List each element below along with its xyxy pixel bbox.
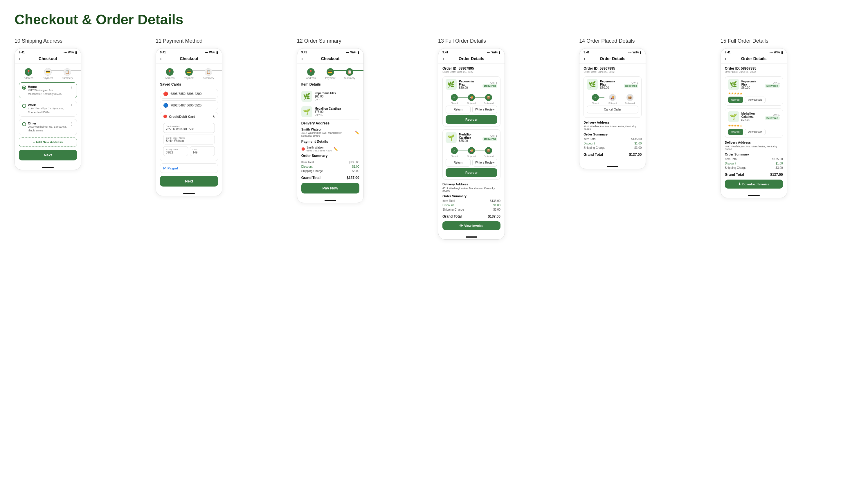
back-button-12[interactable]: ‹: [301, 56, 303, 62]
ss-delivered-icon-14: 📦: [627, 94, 633, 101]
card-holder-value: Smith Watson: [166, 139, 212, 143]
item-total-label-14: Item Total: [584, 138, 596, 141]
status-steps-2-13: ✓ Placed 🚚 Shipped 📦 Delivered: [446, 145, 497, 159]
content-11: 📍 Address 💳 Payment 📋 Summery Saved Card…: [156, 64, 222, 191]
pay-now-button[interactable]: Pay Now: [301, 183, 359, 194]
item-total-label-12: Item Total: [301, 161, 314, 164]
cvv-field[interactable]: CVV 149: [190, 146, 215, 156]
download-icon: ⬇: [738, 182, 741, 186]
paypal-row[interactable]: P Paypal: [160, 163, 218, 173]
expiry-field[interactable]: Expiry Date 09/22: [163, 146, 188, 156]
expand-body: Card Number 2358 6589 8748 3598 Card Hol…: [160, 121, 218, 161]
delivery-header-12: Smith Watson 4517 Washington Ave. Manche…: [301, 128, 359, 137]
address-other-left: Other 2972 Westheimer Rd. Santa Ana,Illi…: [22, 122, 67, 132]
review-button-1-13[interactable]: Write a Review: [472, 105, 497, 114]
ss-delivered-lbl-1: Delivered: [484, 102, 493, 104]
expand-header[interactable]: 🔴 Credit/Debit Card ∧: [160, 112, 218, 121]
back-button-11[interactable]: ‹: [160, 56, 162, 62]
view-details-btn-2-15[interactable]: View Details: [745, 129, 765, 135]
return-button-1-13[interactable]: Return: [446, 105, 471, 114]
grand-total-label-13: Grand Total: [442, 214, 462, 218]
addr-menu-home[interactable]: ⋮: [70, 85, 74, 90]
reorder-button-1-13[interactable]: Reorder: [446, 115, 497, 124]
view-details-btn-1-15[interactable]: View Details: [745, 97, 765, 103]
order-id-13: Order ID: 58967895: [442, 67, 500, 71]
reorder-btn-2-15[interactable]: Reorder: [728, 129, 744, 135]
step-summary-label-10: Summery: [62, 77, 73, 79]
home-bar-11: [183, 193, 195, 194]
time-13: 9:41: [442, 51, 448, 54]
reorder-btn-1-15[interactable]: Reorder: [728, 97, 744, 103]
status-steps-14: ✓ Placed 🚚 Shipped 📦 Delivered: [587, 92, 638, 105]
back-button-13[interactable]: ‹: [442, 56, 444, 62]
grand-total-value-13: $137.00: [488, 214, 500, 218]
item-info-1-12: Peperomia Flex $60.00 QTY: 1: [315, 92, 359, 101]
step-summary-10: 📋 Summery: [57, 68, 77, 79]
cancel-order-button[interactable]: Cancel Order: [587, 105, 638, 114]
step-summary-icon-10: 📋: [64, 68, 71, 76]
time-15: 9:41: [725, 51, 731, 54]
item-total-value-13: $135.00: [490, 199, 500, 202]
edit-icon-12[interactable]: ✏️: [355, 130, 359, 134]
step-a-lbl-12: Address: [306, 77, 315, 79]
screen-13-label: 13 Full Order Details: [438, 38, 486, 44]
status-badge-1-15: Delivered: [765, 84, 780, 88]
screen-11-label: 11 Payment Method: [156, 38, 202, 44]
item-name-2-12: Medallion Calathea: [315, 107, 359, 110]
discount-row-14: Discount $1.00: [584, 141, 641, 146]
order-item-row-14: 🌿 Peperomia Flex $60.00 Qty: 1 Delivered: [587, 79, 638, 90]
next-button-10[interactable]: Next: [19, 150, 77, 161]
order-id-14: Order ID: 58967895: [584, 67, 641, 71]
review-button-2-13[interactable]: Write a Review: [472, 159, 497, 167]
download-invoice-button[interactable]: ⬇ Download Invoice: [725, 179, 783, 189]
return-button-2-13[interactable]: Return: [446, 159, 471, 167]
signal-icon: ▪▪▪: [64, 51, 67, 54]
addr-menu-work[interactable]: ⋮: [70, 103, 74, 108]
addr-dot-home: [22, 85, 26, 90]
discount-value-13: $1.00: [493, 204, 500, 207]
grand-total-label-12: Grand Total: [301, 176, 321, 180]
order-item-2-15: 🌱 Medallion Calathea $75.00 Qty: 1 Deliv…: [725, 108, 783, 138]
cvv-label: CVV: [192, 148, 212, 151]
ss-shipped-icon-14: 🚚: [609, 94, 616, 101]
addr-info-home: Home 4517 Washington Ave.Manchester, Ken…: [28, 85, 62, 96]
address-work[interactable]: Work 2118 Thornridge Cir. Syracuse,Conne…: [19, 101, 77, 117]
home-bar-15: [748, 195, 760, 196]
reorder-button-2-13[interactable]: Reorder: [446, 168, 497, 177]
grand-total-row-15: Grand Total $137.00: [725, 171, 783, 177]
step-payment-label-10: Payment: [43, 77, 53, 79]
address-other[interactable]: Other 2972 Westheimer Rd. Santa Ana,Illi…: [19, 119, 77, 135]
address-home[interactable]: Home 4517 Washington Ave.Manchester, Ken…: [19, 82, 77, 98]
item-img-1-13: 🌿: [446, 79, 456, 90]
item-total-value-14: $135.00: [631, 138, 641, 141]
saved-card-1[interactable]: 🔴 6895 7852 5898 4200: [160, 89, 218, 99]
back-button-15[interactable]: ‹: [725, 56, 727, 62]
qty-14: Qty: 1: [624, 81, 639, 84]
card-holder-label: Card Holder Name: [166, 137, 212, 139]
next-button-11[interactable]: Next: [160, 176, 218, 187]
addr-menu-other[interactable]: ⋮: [70, 122, 74, 126]
saved-card-2[interactable]: 🔵 7892 5487 8600 3525: [160, 100, 218, 110]
shipping-row-14: Shipping Charge $3.00: [584, 146, 641, 150]
screen-11: 11 Payment Method 9:41 ▪▪▪ WiFi ▮ ‹ Chec…: [156, 38, 288, 196]
grand-total-row-12: Grand Total $137.00: [301, 174, 359, 180]
grand-total-label-15: Grand Total: [725, 173, 744, 177]
order-meta-14: Order ID: 58967895 Order Date: June 25, …: [584, 67, 641, 73]
signal-14: ▪▪▪: [629, 51, 632, 54]
card-number-field[interactable]: Card Number 2358 6589 8748 3598: [163, 123, 215, 133]
card-holder-field[interactable]: Card Holder Name Smith Watson: [163, 134, 215, 145]
ss-delivered-1: 📦 Delivered: [480, 94, 497, 104]
checkout-steps-10: 📍 Address 💳 Payment 📋 Summery: [19, 67, 77, 82]
btn-row-1-13: Return Write a Review: [446, 105, 497, 114]
item-price-14: $60.00: [600, 86, 621, 89]
back-button-10[interactable]: ‹: [19, 56, 21, 62]
back-button-14[interactable]: ‹: [584, 56, 585, 62]
payment-card-icon: 🔴: [301, 147, 305, 151]
battery-11: ▮: [216, 51, 218, 54]
add-address-button[interactable]: + Add New Address: [19, 138, 77, 147]
view-invoice-button-13[interactable]: 👁 View Invoice: [442, 221, 500, 230]
delivery-name-12: Smith Watson 4517 Washington Ave. Manche…: [301, 128, 342, 137]
delivery-addr-12: 4517 Washington Ave. Manchester,Kentucky…: [301, 131, 342, 137]
edit-payment-icon[interactable]: ✏️: [333, 147, 338, 151]
payment-card-info: Smith Watson 6895 7852 5898 4200: [307, 146, 332, 152]
